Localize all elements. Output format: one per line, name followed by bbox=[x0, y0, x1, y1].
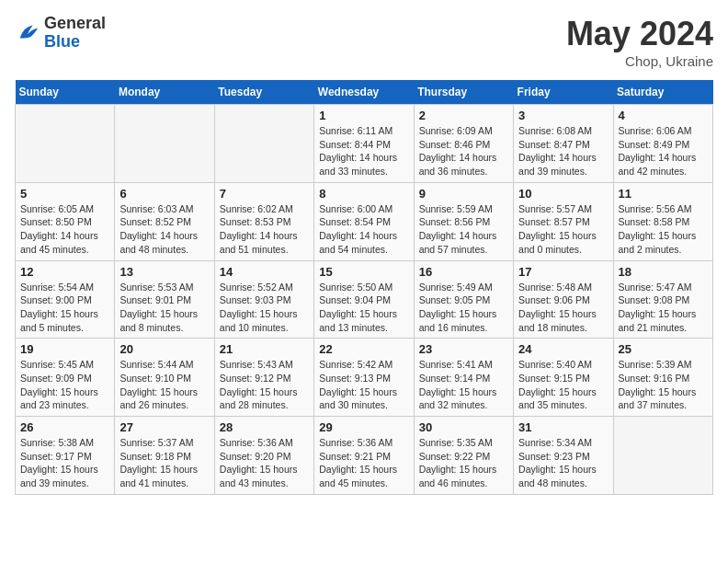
calendar-cell bbox=[214, 105, 313, 183]
weekday-header-wednesday: Wednesday bbox=[314, 80, 414, 105]
calendar-cell: 3Sunrise: 6:08 AMSunset: 8:47 PMDaylight… bbox=[514, 105, 613, 183]
week-row-5: 26Sunrise: 5:38 AMSunset: 9:17 PMDayligh… bbox=[16, 417, 713, 495]
day-number: 23 bbox=[419, 342, 508, 356]
calendar-cell: 10Sunrise: 5:57 AMSunset: 8:57 PMDayligh… bbox=[514, 182, 613, 260]
day-info: Sunrise: 6:09 AMSunset: 8:46 PMDaylight:… bbox=[419, 124, 508, 178]
title-block: May 2024 Chop, Ukraine bbox=[566, 15, 713, 69]
day-info: Sunrise: 5:47 AMSunset: 9:08 PMDaylight:… bbox=[619, 281, 708, 335]
day-number: 26 bbox=[20, 420, 109, 434]
weekday-header-sunday: Sunday bbox=[16, 80, 115, 105]
calendar-cell: 2Sunrise: 6:09 AMSunset: 8:46 PMDaylight… bbox=[414, 105, 513, 183]
logo-line2: Blue bbox=[44, 33, 106, 52]
calendar-cell: 7Sunrise: 6:02 AMSunset: 8:53 PMDaylight… bbox=[214, 182, 313, 260]
month-title: May 2024 bbox=[566, 15, 713, 53]
calendar-cell: 25Sunrise: 5:39 AMSunset: 9:16 PMDayligh… bbox=[613, 339, 712, 417]
day-info: Sunrise: 5:53 AMSunset: 9:01 PMDaylight:… bbox=[119, 281, 209, 335]
day-number: 22 bbox=[319, 342, 408, 356]
day-number: 10 bbox=[518, 187, 608, 201]
day-number: 1 bbox=[319, 109, 408, 122]
calendar-cell: 1Sunrise: 6:11 AMSunset: 8:44 PMDaylight… bbox=[314, 105, 414, 183]
day-info: Sunrise: 5:48 AMSunset: 9:06 PMDaylight:… bbox=[518, 281, 608, 335]
day-number: 28 bbox=[220, 420, 309, 434]
day-number: 5 bbox=[20, 187, 109, 201]
day-info: Sunrise: 5:42 AMSunset: 9:13 PMDaylight:… bbox=[319, 358, 408, 412]
day-number: 27 bbox=[119, 420, 209, 434]
calendar-cell bbox=[613, 417, 712, 495]
day-number: 24 bbox=[518, 342, 608, 356]
calendar-cell bbox=[16, 105, 115, 183]
logo-line1: General bbox=[44, 15, 106, 33]
week-row-1: 1Sunrise: 6:11 AMSunset: 8:44 PMDaylight… bbox=[16, 105, 713, 183]
day-number: 4 bbox=[619, 109, 708, 122]
weekday-header-saturday: Saturday bbox=[613, 80, 712, 105]
day-number: 14 bbox=[220, 265, 309, 279]
day-info: Sunrise: 5:40 AMSunset: 9:15 PMDaylight:… bbox=[518, 358, 608, 412]
calendar-cell: 9Sunrise: 5:59 AMSunset: 8:56 PMDaylight… bbox=[414, 182, 513, 260]
day-number: 7 bbox=[220, 187, 309, 201]
logo: General Blue bbox=[15, 15, 106, 52]
calendar-cell: 12Sunrise: 5:54 AMSunset: 9:00 PMDayligh… bbox=[16, 260, 115, 339]
day-info: Sunrise: 5:59 AMSunset: 8:56 PMDaylight:… bbox=[419, 202, 508, 257]
calendar-cell: 6Sunrise: 6:03 AMSunset: 8:52 PMDaylight… bbox=[115, 182, 214, 260]
day-info: Sunrise: 5:36 AMSunset: 9:21 PMDaylight:… bbox=[319, 436, 408, 490]
day-info: Sunrise: 5:45 AMSunset: 9:09 PMDaylight:… bbox=[20, 358, 109, 412]
calendar-cell: 23Sunrise: 5:41 AMSunset: 9:14 PMDayligh… bbox=[414, 339, 513, 417]
day-info: Sunrise: 6:06 AMSunset: 8:49 PMDaylight:… bbox=[619, 124, 708, 178]
calendar-cell: 29Sunrise: 5:36 AMSunset: 9:21 PMDayligh… bbox=[314, 417, 414, 495]
day-number: 3 bbox=[518, 109, 608, 122]
day-info: Sunrise: 5:38 AMSunset: 9:17 PMDaylight:… bbox=[20, 436, 109, 490]
day-number: 31 bbox=[518, 420, 608, 434]
day-number: 15 bbox=[319, 265, 408, 279]
calendar-cell: 22Sunrise: 5:42 AMSunset: 9:13 PMDayligh… bbox=[314, 339, 414, 417]
day-info: Sunrise: 5:54 AMSunset: 9:00 PMDaylight:… bbox=[20, 281, 109, 335]
calendar-cell: 21Sunrise: 5:43 AMSunset: 9:12 PMDayligh… bbox=[214, 339, 313, 417]
day-info: Sunrise: 5:50 AMSunset: 9:04 PMDaylight:… bbox=[319, 281, 408, 335]
calendar-cell: 8Sunrise: 6:00 AMSunset: 8:54 PMDaylight… bbox=[314, 182, 414, 260]
day-info: Sunrise: 5:37 AMSunset: 9:18 PMDaylight:… bbox=[119, 436, 209, 490]
weekday-header-row: SundayMondayTuesdayWednesdayThursdayFrid… bbox=[16, 80, 713, 105]
day-number: 8 bbox=[319, 187, 408, 201]
calendar-cell: 20Sunrise: 5:44 AMSunset: 9:10 PMDayligh… bbox=[115, 339, 214, 417]
day-info: Sunrise: 5:34 AMSunset: 9:23 PMDaylight:… bbox=[518, 436, 608, 490]
logo-icon bbox=[15, 20, 40, 46]
day-number: 19 bbox=[20, 342, 109, 356]
weekday-header-thursday: Thursday bbox=[414, 80, 513, 105]
week-row-4: 19Sunrise: 5:45 AMSunset: 9:09 PMDayligh… bbox=[16, 339, 713, 417]
calendar-cell: 14Sunrise: 5:52 AMSunset: 9:03 PMDayligh… bbox=[214, 260, 313, 339]
day-number: 17 bbox=[518, 265, 608, 279]
day-number: 30 bbox=[419, 420, 508, 434]
calendar-cell: 17Sunrise: 5:48 AMSunset: 9:06 PMDayligh… bbox=[514, 260, 613, 339]
day-info: Sunrise: 6:03 AMSunset: 8:52 PMDaylight:… bbox=[119, 202, 209, 257]
calendar-cell bbox=[115, 105, 214, 183]
day-info: Sunrise: 5:56 AMSunset: 8:58 PMDaylight:… bbox=[619, 202, 708, 257]
day-info: Sunrise: 6:05 AMSunset: 8:50 PMDaylight:… bbox=[20, 202, 109, 257]
calendar-cell: 4Sunrise: 6:06 AMSunset: 8:49 PMDaylight… bbox=[613, 105, 712, 183]
day-number: 18 bbox=[619, 265, 708, 279]
weekday-header-friday: Friday bbox=[514, 80, 613, 105]
calendar-cell: 16Sunrise: 5:49 AMSunset: 9:05 PMDayligh… bbox=[414, 260, 513, 339]
day-number: 16 bbox=[419, 265, 508, 279]
calendar: SundayMondayTuesdayWednesdayThursdayFrid… bbox=[15, 80, 713, 495]
day-info: Sunrise: 5:39 AMSunset: 9:16 PMDaylight:… bbox=[619, 358, 708, 412]
day-info: Sunrise: 5:49 AMSunset: 9:05 PMDaylight:… bbox=[419, 281, 508, 335]
calendar-cell: 5Sunrise: 6:05 AMSunset: 8:50 PMDaylight… bbox=[16, 182, 115, 260]
calendar-cell: 24Sunrise: 5:40 AMSunset: 9:15 PMDayligh… bbox=[514, 339, 613, 417]
day-number: 9 bbox=[419, 187, 508, 201]
week-row-2: 5Sunrise: 6:05 AMSunset: 8:50 PMDaylight… bbox=[16, 182, 713, 260]
day-info: Sunrise: 5:52 AMSunset: 9:03 PMDaylight:… bbox=[220, 281, 309, 335]
day-info: Sunrise: 5:36 AMSunset: 9:20 PMDaylight:… bbox=[220, 436, 309, 490]
page-header: General Blue May 2024 Chop, Ukraine bbox=[15, 15, 713, 69]
calendar-cell: 27Sunrise: 5:37 AMSunset: 9:18 PMDayligh… bbox=[115, 417, 214, 495]
day-info: Sunrise: 6:02 AMSunset: 8:53 PMDaylight:… bbox=[220, 202, 309, 257]
day-number: 12 bbox=[20, 265, 109, 279]
day-info: Sunrise: 5:44 AMSunset: 9:10 PMDaylight:… bbox=[119, 358, 209, 412]
day-info: Sunrise: 6:00 AMSunset: 8:54 PMDaylight:… bbox=[319, 202, 408, 257]
calendar-cell: 31Sunrise: 5:34 AMSunset: 9:23 PMDayligh… bbox=[514, 417, 613, 495]
day-number: 11 bbox=[619, 187, 708, 201]
week-row-3: 12Sunrise: 5:54 AMSunset: 9:00 PMDayligh… bbox=[16, 260, 713, 339]
weekday-header-monday: Monday bbox=[115, 80, 214, 105]
day-number: 2 bbox=[419, 109, 508, 122]
calendar-cell: 15Sunrise: 5:50 AMSunset: 9:04 PMDayligh… bbox=[314, 260, 414, 339]
day-info: Sunrise: 5:57 AMSunset: 8:57 PMDaylight:… bbox=[518, 202, 608, 257]
calendar-cell: 19Sunrise: 5:45 AMSunset: 9:09 PMDayligh… bbox=[16, 339, 115, 417]
